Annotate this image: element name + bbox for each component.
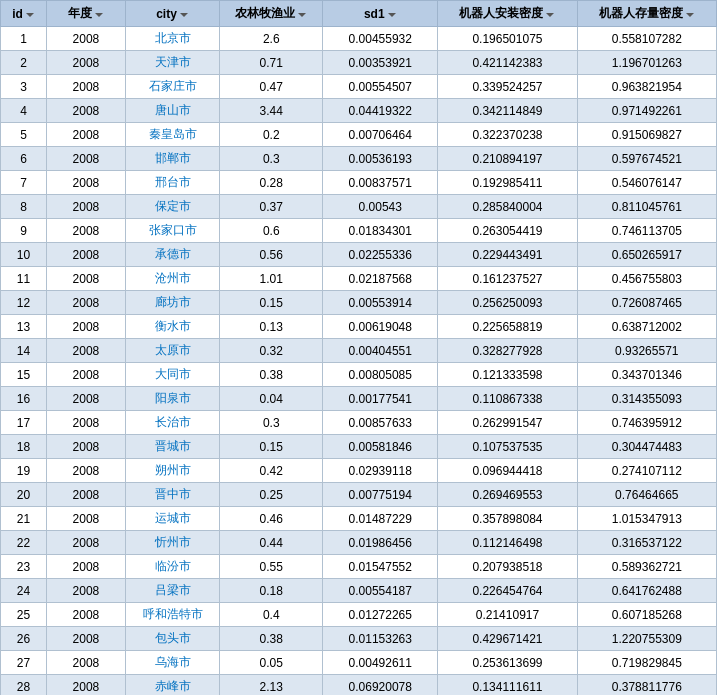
sort-icon-id[interactable] [25, 9, 35, 19]
cell-year: 2008 [47, 51, 126, 75]
table-row: 122008廊坊市0.150.005539140.2562500930.7260… [1, 291, 717, 315]
cell-sd1: 0.02255336 [323, 243, 438, 267]
cell-robot1: 0.253613699 [438, 651, 577, 675]
svg-marker-2 [180, 13, 188, 17]
cell-robot1: 0.225658819 [438, 315, 577, 339]
sort-icon-city[interactable] [179, 9, 189, 19]
cell-robot2: 0.638712002 [577, 315, 716, 339]
cell-robot2: 0.589362721 [577, 555, 716, 579]
col-header-id[interactable]: id [1, 1, 47, 27]
cell-agri: 0.2 [220, 123, 323, 147]
table-row: 242008吕梁市0.180.005541870.2264547640.6417… [1, 579, 717, 603]
cell-city: 邢台市 [125, 171, 219, 195]
cell-id: 15 [1, 363, 47, 387]
cell-id: 25 [1, 603, 47, 627]
table-row: 52008秦皇岛市0.20.007064640.3223702380.91506… [1, 123, 717, 147]
svg-marker-4 [388, 13, 396, 17]
table-row: 82008保定市0.370.005430.2858400040.81104576… [1, 195, 717, 219]
cell-id: 7 [1, 171, 47, 195]
svg-marker-5 [546, 13, 554, 17]
col-header-sd1[interactable]: sd1 [323, 1, 438, 27]
cell-year: 2008 [47, 219, 126, 243]
cell-city: 天津市 [125, 51, 219, 75]
cell-sd1: 0.00857633 [323, 411, 438, 435]
cell-sd1: 0.01834301 [323, 219, 438, 243]
col-header-robot1[interactable]: 机器人安装密度 [438, 1, 577, 27]
cell-sd1: 0.00619048 [323, 315, 438, 339]
col-header-year[interactable]: 年度 [47, 1, 126, 27]
table-row: 42008唐山市3.440.044193220.3421148490.97149… [1, 99, 717, 123]
cell-robot2: 0.971492261 [577, 99, 716, 123]
cell-robot1: 0.226454764 [438, 579, 577, 603]
table-row: 102008承德市0.560.022553360.2294434910.6502… [1, 243, 717, 267]
col-header-city[interactable]: city [125, 1, 219, 27]
cell-id: 20 [1, 483, 47, 507]
svg-marker-1 [95, 13, 103, 17]
cell-robot1: 0.161237527 [438, 267, 577, 291]
cell-robot2: 0.719829845 [577, 651, 716, 675]
col-header-agri[interactable]: 农林牧渔业 [220, 1, 323, 27]
cell-robot2: 0.650265917 [577, 243, 716, 267]
cell-id: 21 [1, 507, 47, 531]
table-row: 62008邯郸市0.30.005361930.2108941970.597674… [1, 147, 717, 171]
cell-city: 包头市 [125, 627, 219, 651]
cell-agri: 2.13 [220, 675, 323, 696]
cell-city: 秦皇岛市 [125, 123, 219, 147]
cell-robot2: 0.915069827 [577, 123, 716, 147]
cell-year: 2008 [47, 315, 126, 339]
cell-agri: 0.56 [220, 243, 323, 267]
cell-year: 2008 [47, 627, 126, 651]
cell-year: 2008 [47, 675, 126, 696]
cell-robot2: 0.93265571 [577, 339, 716, 363]
cell-city: 廊坊市 [125, 291, 219, 315]
cell-agri: 0.28 [220, 171, 323, 195]
cell-year: 2008 [47, 555, 126, 579]
svg-marker-3 [298, 13, 306, 17]
cell-id: 6 [1, 147, 47, 171]
sort-icon-robot1[interactable] [545, 9, 555, 19]
cell-year: 2008 [47, 603, 126, 627]
cell-agri: 0.55 [220, 555, 323, 579]
cell-sd1: 0.01547552 [323, 555, 438, 579]
svg-marker-0 [26, 13, 34, 17]
cell-sd1: 0.00554187 [323, 579, 438, 603]
cell-year: 2008 [47, 195, 126, 219]
table-row: 232008临汾市0.550.015475520.2079385180.5893… [1, 555, 717, 579]
cell-sd1: 0.00553914 [323, 291, 438, 315]
cell-city: 赤峰市 [125, 675, 219, 696]
cell-year: 2008 [47, 507, 126, 531]
table-row: 212008运城市0.460.014872290.3578980841.0153… [1, 507, 717, 531]
cell-sd1: 0.01986456 [323, 531, 438, 555]
cell-robot1: 0.269469553 [438, 483, 577, 507]
cell-robot1: 0.107537535 [438, 435, 577, 459]
cell-robot2: 0.726087465 [577, 291, 716, 315]
table-row: 32008石家庄市0.470.005545070.3395242570.9638… [1, 75, 717, 99]
sort-icon-robot2[interactable] [685, 9, 695, 19]
table-row: 192008朔州市0.420.029391180.0969444180.2741… [1, 459, 717, 483]
cell-id: 24 [1, 579, 47, 603]
cell-id: 19 [1, 459, 47, 483]
sort-icon-agri[interactable] [297, 9, 307, 19]
cell-id: 18 [1, 435, 47, 459]
svg-marker-6 [686, 13, 694, 17]
cell-id: 17 [1, 411, 47, 435]
cell-robot2: 0.76464665 [577, 483, 716, 507]
cell-robot2: 0.607185268 [577, 603, 716, 627]
cell-agri: 2.6 [220, 27, 323, 51]
cell-id: 11 [1, 267, 47, 291]
cell-id: 3 [1, 75, 47, 99]
table-row: 132008衡水市0.130.006190480.2256588190.6387… [1, 315, 717, 339]
sort-icon-sd1[interactable] [387, 9, 397, 19]
cell-year: 2008 [47, 459, 126, 483]
sort-icon-year[interactable] [94, 9, 104, 19]
col-header-robot2[interactable]: 机器人存量密度 [577, 1, 716, 27]
cell-year: 2008 [47, 75, 126, 99]
table-row: 152008大同市0.380.008050850.1213335980.3437… [1, 363, 717, 387]
cell-year: 2008 [47, 99, 126, 123]
cell-id: 12 [1, 291, 47, 315]
cell-robot2: 1.220755309 [577, 627, 716, 651]
cell-robot1: 0.192985411 [438, 171, 577, 195]
cell-year: 2008 [47, 483, 126, 507]
cell-robot1: 0.322370238 [438, 123, 577, 147]
cell-robot1: 0.256250093 [438, 291, 577, 315]
